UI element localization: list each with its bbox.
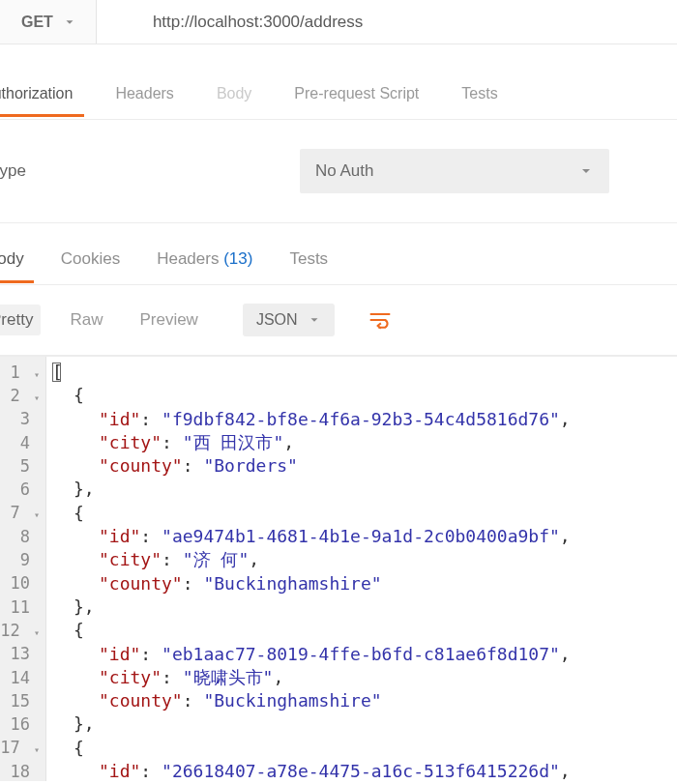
tab-authorization[interactable]: Authorization xyxy=(0,72,74,116)
resp-tab-cookies[interactable]: Cookies xyxy=(59,236,122,282)
format-label: JSON xyxy=(256,311,298,329)
code-line: "city": "西 田汉市", xyxy=(52,431,571,454)
line-number: 18 xyxy=(0,760,44,781)
line-number: 6 xyxy=(0,478,44,501)
wrap-icon xyxy=(368,310,392,330)
resp-tab-body[interactable]: Body xyxy=(0,236,26,282)
request-bar: GET xyxy=(0,0,677,44)
resp-tab-headers[interactable]: Headers (13) xyxy=(155,236,254,282)
line-number: 2 ▾ xyxy=(0,384,44,407)
http-method-select[interactable]: GET xyxy=(0,0,97,44)
line-number: 15 xyxy=(0,689,44,712)
code-line: "county": "Borders" xyxy=(52,454,571,478)
http-method-label: GET xyxy=(21,14,53,31)
code-line: }, xyxy=(52,712,571,736)
chevron-down-icon xyxy=(308,313,321,327)
code-line: "id": "f9dbf842-bf8e-4f6a-92b3-54c4d5816… xyxy=(52,408,571,431)
headers-count: (13) xyxy=(223,249,252,268)
code-line: "id": "eb1aac77-8019-4ffe-b6fd-c81ae6f8d… xyxy=(52,643,571,666)
auth-type-value: No Auth xyxy=(315,161,374,181)
viewer-bar: Pretty Raw Preview JSON xyxy=(0,285,677,356)
chevron-down-icon xyxy=(63,15,76,29)
request-tabs: Authorization Headers Body Pre-request S… xyxy=(0,68,677,120)
code-line: { xyxy=(52,619,571,642)
response-tabs: Body Cookies Headers (13) Tests xyxy=(0,233,677,285)
line-number: 13 xyxy=(0,643,44,666)
code-line: "city": "济 何", xyxy=(52,548,571,571)
line-number: 12 ▾ xyxy=(0,619,44,642)
tab-headers[interactable]: Headers xyxy=(113,72,175,116)
code-line: "id": "ae9474b1-4681-4b1e-9a1d-2c0b0400a… xyxy=(52,525,571,548)
line-number: 11 xyxy=(0,595,44,619)
code-line: { xyxy=(52,384,571,407)
code-line: "city": "晓啸头市", xyxy=(52,666,571,689)
tab-prerequest[interactable]: Pre-request Script xyxy=(292,72,421,116)
line-number: 7 ▾ xyxy=(0,502,44,525)
view-preview[interactable]: Preview xyxy=(132,305,205,335)
code-line: { xyxy=(52,737,571,760)
response-body-viewer: 1 ▾2 ▾34567 ▾89101112 ▾1314151617 ▾18 [{… xyxy=(0,356,677,781)
line-number: 9 xyxy=(0,548,44,571)
auth-row: Type No Auth xyxy=(0,120,677,223)
resp-tab-tests[interactable]: Tests xyxy=(287,236,330,282)
code-line: "id": "26618407-a78e-4475-a16c-513f64152… xyxy=(52,760,571,781)
code-line: }, xyxy=(52,595,571,619)
auth-type-label: Type xyxy=(0,161,300,181)
line-number: 16 xyxy=(0,712,44,736)
line-number: 8 xyxy=(0,525,44,548)
format-select[interactable]: JSON xyxy=(243,304,335,336)
line-number: 5 xyxy=(0,454,44,478)
view-pretty[interactable]: Pretty xyxy=(0,305,41,335)
url-input[interactable] xyxy=(135,0,677,44)
code-line: { xyxy=(52,502,571,525)
code-line: [ xyxy=(52,361,571,384)
wrap-lines-button[interactable] xyxy=(362,303,398,337)
code-line: "county": "Buckinghamshire" xyxy=(52,689,571,712)
tab-body: Body xyxy=(215,72,253,116)
line-number: 4 xyxy=(0,431,44,454)
code-line: }, xyxy=(52,478,571,501)
code-line: "county": "Buckinghamshire" xyxy=(52,572,571,595)
line-number: 14 xyxy=(0,666,44,689)
json-code[interactable]: [{"id": "f9dbf842-bf8e-4f6a-92b3-54c4d58… xyxy=(46,357,571,781)
view-raw[interactable]: Raw xyxy=(62,305,110,335)
line-number: 3 xyxy=(0,408,44,431)
chevron-down-icon xyxy=(578,163,594,179)
tab-tests[interactable]: Tests xyxy=(459,72,499,116)
auth-type-select[interactable]: No Auth xyxy=(300,149,609,193)
line-number-gutter: 1 ▾2 ▾34567 ▾89101112 ▾1314151617 ▾18 xyxy=(0,357,46,781)
line-number: 1 ▾ xyxy=(0,361,44,384)
resp-tab-headers-label: Headers xyxy=(157,249,219,268)
line-number: 17 ▾ xyxy=(0,737,44,760)
line-number: 10 xyxy=(0,572,44,595)
